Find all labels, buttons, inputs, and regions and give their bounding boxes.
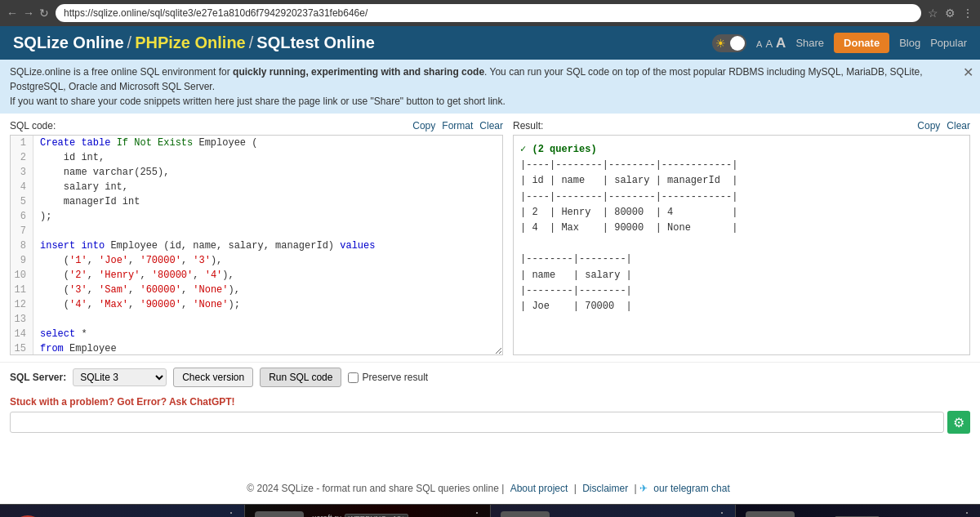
xcraft-site-label: xcraft.ru <box>312 514 341 517</box>
version-select[interactable]: SQLite 3 MySQL 5.7 MySQL 8.0 PostgreSQL … <box>73 368 167 386</box>
browser-nav-controls: ← → ↻ <box>7 7 49 19</box>
xcraft-text-block: xcraft.ru WERBUNG · 18+ Поставь свою баз… <box>312 514 479 517</box>
controls-bar: SQL Server: SQLite 3 MySQL 5.7 MySQL 8.0… <box>0 362 980 392</box>
xcraft-dots-icon[interactable]: ⋮ <box>470 510 483 517</box>
xcraft-label-row: xcraft.ru WERBUNG · 18+ <box>312 514 479 517</box>
code-line-2: 2 id int, <box>11 150 502 165</box>
preserve-checkbox[interactable] <box>348 372 359 383</box>
clear-code-link[interactable]: Clear <box>479 120 503 131</box>
sqlize-title: SQLize Online <box>13 33 124 52</box>
sqltest-title: SQLtest Online <box>256 33 374 52</box>
header-nav: Share Donate Blog Popular <box>795 33 967 53</box>
chatgpt-send-button[interactable]: ⚙ <box>947 411 970 434</box>
copy-result-link[interactable]: Copy <box>917 120 940 131</box>
code-line-15: 15 from Employee <box>11 341 502 355</box>
reload-button[interactable]: ↻ <box>39 7 49 19</box>
code-line-10: 10 ('2', 'Henry', '80000', '4'), <box>11 268 502 283</box>
code-lines: 1 Create table If Not Exists Employee ( … <box>11 136 502 355</box>
back-button[interactable]: ← <box>7 7 18 19</box>
bookmark-icon[interactable]: ☆ <box>928 7 938 20</box>
toggle-knob <box>730 36 745 51</box>
font-size-controls: A A A <box>756 35 786 51</box>
result-actions: Copy Clear <box>917 120 970 131</box>
extensions-icon[interactable]: ⚙ <box>945 7 956 20</box>
about-link[interactable]: About project <box>510 483 568 494</box>
forward-button[interactable]: → <box>23 7 34 19</box>
footer-links: © 2024 SQLize - format run and share SQL… <box>0 473 980 504</box>
kgam-image: SQL <box>501 511 550 517</box>
ad-banners: 🔥 MVPS.net VPS servers at the highest po… <box>0 504 980 517</box>
info-text: SQLize.online is a free online SQL envir… <box>10 66 923 107</box>
browser-chrome: ← → ↻ ☆ ⚙ ⋮ <box>0 0 980 26</box>
popular-link[interactable]: Popular <box>930 37 967 49</box>
font-mid-btn[interactable]: A <box>765 38 773 50</box>
result-check: ✓ (2 queries) <box>520 144 597 155</box>
code-line-14: 14 select * <box>11 327 502 341</box>
code-line-5: 5 managerId int <box>11 194 502 209</box>
edlist-image: 🐍 <box>746 511 795 517</box>
code-line-1: 1 Create table If Not Exists Employee ( <box>11 136 502 150</box>
chatgpt-link[interactable]: Stuck with a problem? Got Error? Ask Cha… <box>10 396 235 408</box>
site-header: SQLize Online / PHPize Online / SQLtest … <box>0 26 980 60</box>
spacer <box>0 440 980 473</box>
run-sql-button[interactable]: Run SQL code <box>260 368 341 387</box>
disclaimer-link[interactable]: Disclaimer <box>582 483 628 494</box>
code-line-8: 8 insert into Employee (id, name, salary… <box>11 238 502 253</box>
info-bar: SQLize.online is a free online SQL envir… <box>0 60 980 114</box>
share-link[interactable]: Share <box>795 37 824 49</box>
telegram-icon: ✈ <box>639 483 648 494</box>
code-line-6: 6 ); <box>11 209 502 224</box>
chatgpt-input-row: ⚙ <box>10 411 970 434</box>
info-close-button[interactable]: ✕ <box>963 65 973 80</box>
kgam-dots-icon[interactable]: ⋮ <box>715 510 728 517</box>
editor-actions: Copy Format Clear <box>412 120 503 131</box>
browser-extra-icons: ☆ ⚙ ⋮ <box>928 7 973 20</box>
edlist-dots-icon[interactable]: ⋮ <box>960 510 973 517</box>
title-sep1: / <box>127 33 132 52</box>
blog-link[interactable]: Blog <box>899 37 920 49</box>
ad-banner-edlist[interactable]: 🐍 edlist.ru WERBUNG Курсы по Python разр… <box>736 505 980 517</box>
code-line-4: 4 salary int, <box>11 180 502 194</box>
site-title-group: SQLize Online / PHPize Online / SQLtest … <box>13 33 375 52</box>
copyright-text: © 2024 SQLize - format run and share SQL… <box>247 483 499 494</box>
theme-toggle[interactable]: ☀ <box>712 34 746 52</box>
result-label-row: Result: Copy Clear <box>513 120 970 131</box>
ad-banner-kgam[interactable]: SQL kgam.blog WERBUNG 41 онлайн курс по … <box>491 505 736 517</box>
header-right: ☀ A A A Share Donate Blog Popular <box>712 33 967 53</box>
phpize-title: PHPize Online <box>135 33 246 52</box>
chatgpt-input[interactable] <box>10 412 944 433</box>
menu-icon[interactable]: ⋮ <box>962 7 973 20</box>
editor-section: SQL code: Copy Format Clear 1 Create tab… <box>10 120 503 355</box>
url-bar[interactable] <box>56 4 921 22</box>
font-small-btn[interactable]: A <box>756 39 762 49</box>
clear-result-link[interactable]: Clear <box>947 120 970 131</box>
sun-icon: ☀ <box>715 37 726 50</box>
code-line-13: 13 <box>11 312 502 327</box>
telegram-link[interactable]: our telegram chat <box>653 483 729 494</box>
check-version-button[interactable]: Check version <box>173 368 253 387</box>
title-sep2: / <box>249 33 254 52</box>
code-line-11: 11 ('3', 'Sam', '60000', 'None'), <box>11 283 502 297</box>
code-line-7: 7 <box>11 224 502 238</box>
chatgpt-bar: Stuck with a problem? Got Error? Ask Cha… <box>0 392 980 440</box>
donate-button[interactable]: Donate <box>834 33 889 53</box>
result-content: ✓ (2 queries) |----|--------|--------|--… <box>513 135 970 355</box>
code-line-3: 3 name varchar(255), <box>11 165 502 180</box>
result-label: Result: <box>513 120 543 131</box>
ad-banner-xcraft[interactable]: 🎮 xcraft.ru WERBUNG · 18+ Поставь свою б… <box>245 505 490 517</box>
sql-server-label: SQL Server: <box>10 372 66 383</box>
format-code-link[interactable]: Format <box>442 120 473 131</box>
main-content: SQL code: Copy Format Clear 1 Create tab… <box>0 114 980 362</box>
sql-code-label: SQL code: <box>10 120 56 131</box>
result-table: |----|--------|--------|------------| | … <box>520 158 963 314</box>
preserve-text: Preserve result <box>362 372 428 383</box>
ad-banner-mvps[interactable]: 🔥 MVPS.net VPS servers at the highest po… <box>0 505 245 517</box>
mvps-dots-icon[interactable]: ⋮ <box>225 510 238 517</box>
sql-code-editor[interactable]: 1 Create table If Not Exists Employee ( … <box>10 135 503 355</box>
xcraft-image: 🎮 <box>255 511 304 517</box>
copy-code-link[interactable]: Copy <box>412 120 435 131</box>
xcraft-werbung: WERBUNG · 18+ <box>345 514 408 517</box>
send-icon: ⚙ <box>953 415 964 430</box>
font-large-btn[interactable]: A <box>776 35 786 51</box>
code-line-9: 9 ('1', 'Joe', '70000', '3'), <box>11 253 502 268</box>
